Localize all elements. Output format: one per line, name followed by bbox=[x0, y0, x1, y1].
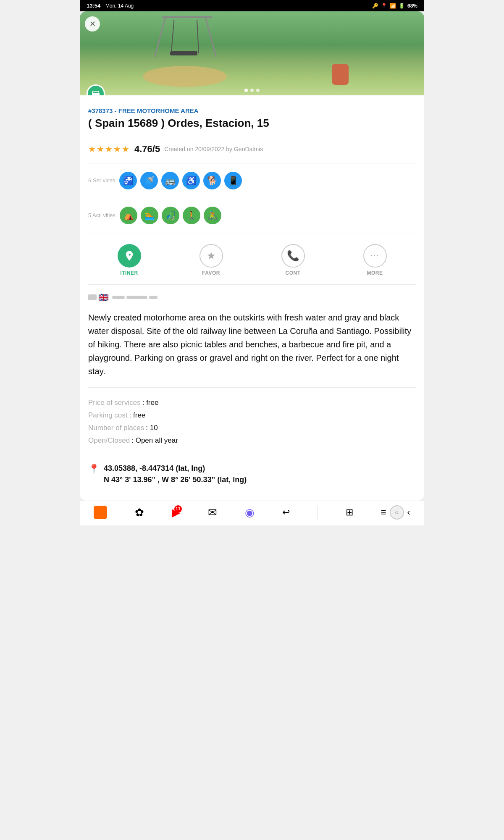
motorhome-icon bbox=[91, 89, 101, 95]
info-open-closed: Open/Closed : Open all year bbox=[88, 436, 416, 445]
close-button[interactable]: ✕ bbox=[85, 16, 100, 32]
divider-6 bbox=[88, 387, 416, 388]
location-icon: 📍 bbox=[381, 3, 387, 9]
lang-bar-1 bbox=[88, 294, 97, 300]
dot-3 bbox=[256, 89, 260, 92]
info-key-parking: Parking cost bbox=[88, 411, 128, 420]
rating-score: 4.76/5 bbox=[134, 144, 160, 155]
divider-2 bbox=[88, 163, 416, 163]
more-label: MORE bbox=[367, 270, 383, 276]
favor-label: FAVOR bbox=[202, 270, 220, 276]
nav-controls: ≡ ○ ‹ bbox=[381, 505, 410, 520]
services-label: 6 Ser vices bbox=[88, 177, 115, 184]
cont-label: CONT bbox=[286, 270, 301, 276]
info-key-places: Number of places bbox=[88, 424, 144, 432]
nav-orange-button[interactable] bbox=[94, 506, 107, 519]
divider-1 bbox=[88, 135, 416, 135]
youtube-badge: 11 bbox=[174, 505, 182, 513]
divider-4 bbox=[88, 233, 416, 233]
battery-icon: 🔋 bbox=[399, 3, 405, 9]
info-section: Price of services : free Parking cost : … bbox=[88, 392, 416, 456]
nav-arrow-icon: ↩ bbox=[282, 507, 290, 518]
info-val-price-services: : free bbox=[142, 399, 159, 407]
hero-background bbox=[80, 11, 424, 95]
more-button[interactable]: ··· MORE bbox=[363, 244, 387, 276]
nav-grid-icon: ⊞ bbox=[346, 507, 353, 518]
services-icons: 🚰 🚿 🚌 ♿ 🐕 📱 bbox=[119, 172, 242, 189]
lang-bar-3 bbox=[126, 296, 147, 299]
info-price-services: Price of services : free bbox=[88, 399, 416, 407]
place-title: ( Spain 15689 ) Ordes, Estacion, 15 bbox=[88, 117, 416, 130]
info-parking-cost: Parking cost : free bbox=[88, 411, 416, 420]
divider-3 bbox=[88, 198, 416, 198]
nav-grid-button[interactable]: ⊞ bbox=[346, 507, 353, 518]
coords-dms: N 43° 3' 13.96" , W 8° 26' 50.33" (lat, … bbox=[104, 474, 247, 486]
nav-circle-button[interactable]: ○ bbox=[390, 505, 404, 520]
dot-2 bbox=[250, 89, 254, 92]
location-tag: #378373 - FREE MOTORHOME AREA bbox=[88, 107, 416, 114]
nav-lines-button[interactable]: ≡ bbox=[381, 505, 386, 520]
info-num-places: Number of places : 10 bbox=[88, 424, 416, 432]
status-bar: 13:54 Mon, 14 Aug 🔑 📍 📶 🔋 68% bbox=[80, 0, 424, 11]
services-row: 6 Ser vices 🚰 🚿 🚌 ♿ 🐕 📱 bbox=[88, 168, 416, 194]
lang-bar-2 bbox=[112, 296, 125, 299]
service-icon-water: 🚰 bbox=[119, 172, 137, 189]
divider-5 bbox=[88, 284, 416, 285]
status-icons: 🔑 📍 📶 🔋 68% bbox=[372, 3, 417, 9]
description-text: Newly created motorhome area on the outs… bbox=[88, 306, 416, 383]
service-icon-dogs: 🐕 bbox=[203, 172, 221, 189]
nav-email-icon: ✉ bbox=[208, 506, 217, 519]
activity-icon-swimming: 🏊 bbox=[141, 207, 158, 224]
itiner-label: ITINER bbox=[120, 270, 138, 276]
cont-icon: 📞 bbox=[281, 244, 305, 268]
activity-icon-hiking: 🚶 bbox=[183, 207, 200, 224]
hero-image: ✕ bbox=[80, 11, 424, 95]
nav-arrow-button[interactable]: ↩ bbox=[282, 507, 290, 518]
service-icon-accessible: ♿ bbox=[182, 172, 200, 189]
cont-button[interactable]: 📞 CONT bbox=[281, 244, 305, 276]
flag-uk: 🇬🇧 bbox=[98, 292, 109, 302]
action-row: ITINER ★ FAVOR 📞 CONT ··· MORE bbox=[88, 237, 416, 280]
swing-seat bbox=[170, 51, 197, 55]
nav-flower-button[interactable]: ✿ bbox=[135, 506, 144, 519]
dot-1 bbox=[244, 89, 248, 92]
service-icon-signal: 📱 bbox=[224, 172, 242, 189]
service-icon-shower: 🚿 bbox=[140, 172, 158, 189]
nav-separator bbox=[318, 506, 318, 519]
activities-row: 5 Acti vities ⛺ 🏊 🎣 🚶 🚴 bbox=[88, 202, 416, 228]
key-icon: 🔑 bbox=[372, 3, 378, 9]
rating-row: ★★★★★ 4.76/5 Created on 20/09/2022 by Ge… bbox=[88, 139, 416, 159]
favor-button[interactable]: ★ FAVOR bbox=[200, 244, 223, 276]
content-area: #378373 - FREE MOTORHOME AREA ( Spain 15… bbox=[80, 95, 424, 501]
coordinates-section: 📍 43.05388, -8.447314 (lat, lng) N 43° 3… bbox=[88, 456, 416, 492]
image-dots bbox=[244, 89, 260, 92]
rating-meta: Created on 20/09/2022 by GeoDalmis bbox=[164, 146, 263, 152]
nav-viber-button[interactable]: ◉ bbox=[245, 506, 255, 519]
itiner-icon bbox=[118, 244, 141, 268]
activities-label: 5 Acti vities bbox=[88, 212, 116, 219]
more-icon: ··· bbox=[363, 244, 387, 268]
activities-icons: ⛺ 🏊 🎣 🚶 🚴 bbox=[120, 207, 221, 224]
nav-youtube-button[interactable]: ▶ 11 bbox=[172, 506, 180, 519]
nav-back-button[interactable]: ‹ bbox=[407, 505, 410, 520]
stars: ★★★★★ bbox=[88, 144, 130, 154]
itiner-button[interactable]: ITINER bbox=[118, 244, 141, 276]
info-key-open: Open/Closed bbox=[88, 436, 130, 445]
nav-orange-icon bbox=[94, 506, 107, 519]
activity-icon-fishing: 🎣 bbox=[162, 207, 179, 224]
swing-bar bbox=[162, 16, 212, 18]
activity-icon-cycling: 🚴 bbox=[204, 207, 221, 224]
bottom-nav: ✿ ▶ 11 ✉ ◉ ↩ ⊞ ≡ ○ ‹ bbox=[80, 501, 424, 525]
sandbox bbox=[143, 66, 227, 87]
wifi-icon: 📶 bbox=[390, 3, 396, 9]
status-time: 13:54 Mon, 14 Aug bbox=[87, 3, 134, 9]
nav-email-button[interactable]: ✉ bbox=[208, 506, 217, 519]
nav-viber-icon: ◉ bbox=[245, 506, 255, 519]
language-row: 🇬🇧 bbox=[88, 289, 416, 306]
activity-icon-camping: ⛺ bbox=[120, 207, 137, 224]
service-icon-motorhome: 🚌 bbox=[161, 172, 179, 189]
coordinates-text: 43.05388, -8.447314 (lat, lng) N 43° 3' … bbox=[104, 463, 247, 486]
coords-decimal: 43.05388, -8.447314 (lat, lng) bbox=[104, 463, 247, 474]
info-val-open: : Open all year bbox=[131, 436, 178, 445]
pin-icon: 📍 bbox=[88, 464, 100, 475]
